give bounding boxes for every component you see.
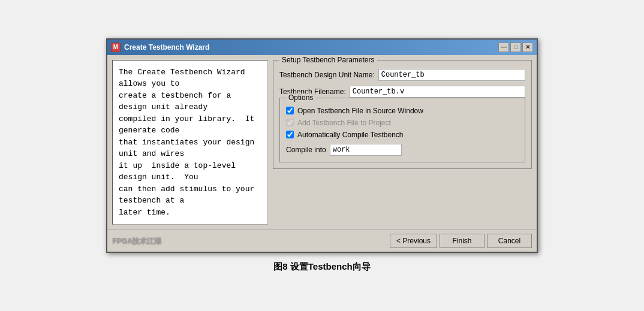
description-text: The Create Testbench Wizard allows you t… <box>119 67 261 219</box>
setup-group: Setup Testbench Parameters Testbench Des… <box>273 60 532 169</box>
compile-into-input[interactable] <box>330 144 402 156</box>
option1-row: Open Testbench File in Source Window <box>286 107 519 115</box>
footer-area: FPGA技术江湖 < Previous Finish Cancel <box>107 230 537 252</box>
app-icon: M <box>111 43 121 52</box>
option3-label: Automatically Compile Testbench <box>297 131 404 139</box>
options-group-title: Options <box>286 93 315 102</box>
dialog: M Create Testbench Wizard — □ ✕ The Crea… <box>106 38 538 253</box>
design-unit-row: Testbench Design Unit Name: <box>279 69 525 81</box>
compile-into-row: Compile into <box>286 144 519 156</box>
previous-button[interactable]: < Previous <box>390 234 437 248</box>
dialog-wrapper: M Create Testbench Wizard — □ ✕ The Crea… <box>106 38 538 273</box>
option2-label: Add Testbench File to Project <box>297 119 391 127</box>
minimize-button[interactable]: — <box>498 43 509 52</box>
option3-row: Automatically Compile Testbench <box>286 131 519 139</box>
option1-label: Open Testbench File in Source Window <box>297 107 423 115</box>
figure-caption: 图8 设置Testbench向导 <box>273 261 370 273</box>
option3-checkbox[interactable] <box>286 131 294 138</box>
description-panel: The Create Testbench Wizard allows you t… <box>112 60 268 225</box>
option2-checkbox[interactable] <box>286 119 294 126</box>
dialog-title: Create Testbench Wizard <box>124 43 209 52</box>
title-bar-left: M Create Testbench Wizard <box>111 43 209 52</box>
design-unit-label: Testbench Design Unit Name: <box>279 71 375 79</box>
filename-input[interactable] <box>350 86 525 98</box>
filename-row: Testbench Filename: <box>279 86 525 98</box>
restore-button[interactable]: □ <box>510 43 521 52</box>
setup-group-title: Setup Testbench Parameters <box>279 56 377 64</box>
dialog-footer: FPGA技术江湖 < Previous Finish Cancel <box>107 230 537 252</box>
close-button[interactable]: ✕ <box>522 43 533 52</box>
option2-row: Add Testbench File to Project <box>286 119 519 127</box>
title-bar: M Create Testbench Wizard — □ ✕ <box>107 40 537 55</box>
cancel-button[interactable]: Cancel <box>487 234 532 248</box>
options-group: Options Open Testbench File in Source Wi… <box>279 98 525 162</box>
watermark: FPGA技术江湖 <box>112 236 161 246</box>
title-controls: — □ ✕ <box>498 43 533 52</box>
right-panel: Setup Testbench Parameters Testbench Des… <box>273 60 532 225</box>
option1-checkbox[interactable] <box>286 107 294 114</box>
finish-button[interactable]: Finish <box>440 234 484 248</box>
compile-into-label: Compile into <box>286 146 326 154</box>
dialog-content: The Create Testbench Wizard allows you t… <box>107 55 537 230</box>
design-unit-input[interactable] <box>378 69 525 81</box>
